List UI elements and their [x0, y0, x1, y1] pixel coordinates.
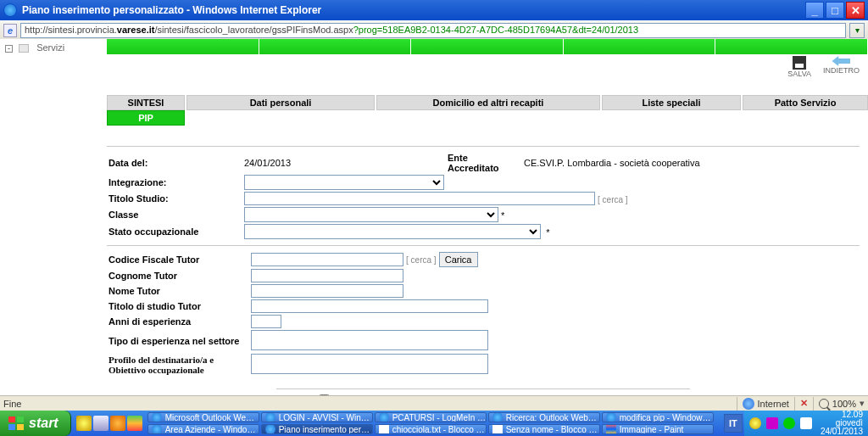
ql-firefox-icon[interactable] [110, 416, 125, 431]
green-tab[interactable] [715, 39, 868, 54]
task-button[interactable]: Area Aziende - Windo… [147, 424, 259, 434]
input-nome-tutor[interactable] [251, 284, 403, 298]
divider [276, 388, 690, 389]
pip-form: Data del: 24/01/2013 Ente Accreditato CE… [107, 141, 860, 420]
task-label: LOGIN - AVVISI - Win… [279, 413, 370, 422]
green-tab[interactable] [411, 39, 564, 54]
value-data-del: 24/01/2013 [242, 152, 446, 174]
protected-mode-icon[interactable]: ✕ [800, 398, 808, 409]
label-tipo-esp: Tipo di esperienza nel settore [107, 329, 249, 353]
save-label: SALVA [787, 70, 811, 78]
zoom-value[interactable]: 100% [832, 399, 856, 409]
ie-icon [152, 412, 162, 422]
address-bar: e http://sintesi.provincia.varese.it/sin… [0, 20, 868, 39]
back-arrow-icon [832, 56, 850, 66]
tray-icon[interactable] [800, 417, 812, 429]
sidebar-item-servizi[interactable]: - Servizi [5, 42, 102, 53]
label-cf-tutor: Codice Fiscale Tutor [107, 251, 249, 268]
status-bar: Fine Internet ✕ 100% ▾ [0, 395, 868, 411]
select-integrazione[interactable] [244, 175, 444, 190]
go-button[interactable]: ▾ [849, 23, 865, 38]
clock[interactable]: 12.09 giovedì 24/01/2013 [821, 411, 863, 436]
url-path: /sintesi/fascicolo_lavoratore/gssPIFinsM… [155, 25, 353, 35]
task-button[interactable]: Immagine - Paint [602, 424, 714, 434]
link-cerca-titolo[interactable]: [ cerca ] [598, 195, 628, 204]
label-nome-tutor: Nome Tutor [107, 283, 249, 299]
carica-button[interactable]: Carica [439, 252, 478, 267]
tab-domicilio[interactable]: Domicilio ed altri recapiti [376, 95, 600, 110]
label-classe: Classe [107, 206, 242, 223]
task-buttons: Microsoft Outlook We… LOGIN - AVVISI - W… [147, 411, 721, 436]
task-button[interactable]: Piano inserimento per… [261, 424, 373, 434]
toolbar-right: SALVA INDIETRO [787, 56, 860, 78]
internet-zone-icon [743, 398, 754, 410]
back-label: INDIETRO [823, 66, 860, 75]
value-ente: CE.SVI.P. Lombardia - società cooperativ… [522, 152, 702, 174]
input-titolo-studio-tutor[interactable] [251, 299, 488, 313]
save-button[interactable]: SALVA [787, 56, 811, 78]
tab-sintesi[interactable]: SINTESI [107, 95, 185, 110]
input-cf-tutor[interactable] [251, 253, 403, 266]
zoom-icon[interactable] [819, 399, 829, 409]
ie-icon [265, 424, 275, 434]
ie-icon [606, 412, 616, 422]
label-anni-esp: Anni di esperienza [107, 314, 249, 329]
green-tab[interactable] [259, 39, 412, 54]
close-button[interactable]: ✕ [846, 2, 865, 19]
taskbar: start Microsoft Outlook We… LOGIN - AVVI… [0, 411, 868, 436]
green-section-tabs [107, 39, 868, 54]
internet-zone-label: Internet [758, 399, 789, 409]
input-anni-esp[interactable] [251, 315, 281, 328]
maximize-button[interactable]: □ [826, 2, 844, 19]
tab-pip[interactable]: PIP [107, 110, 185, 126]
back-button[interactable]: INDIETRO [823, 56, 860, 78]
task-button[interactable]: Microsoft Outlook We… [147, 412, 259, 422]
tab-liste-speciali[interactable]: Liste speciali [602, 95, 741, 110]
tray-icon[interactable] [783, 417, 795, 429]
task-button[interactable]: chiocciola.txt - Blocco … [375, 424, 487, 434]
label-cognome-tutor: Cognome Tutor [107, 268, 249, 283]
label-titolo-studio-tutor: Titolo di studio Tutor [107, 299, 249, 314]
main-area: SALVA INDIETRO SINTESI Dati personali Do… [107, 39, 868, 395]
link-cerca-cf[interactable]: [ cerca ] [406, 255, 437, 265]
task-button[interactable]: PCATURSI - LogMeIn … [375, 412, 487, 422]
zoom-dropdown[interactable]: ▾ [860, 398, 865, 409]
tray-icon[interactable] [766, 417, 778, 429]
ql-chrome-icon[interactable] [127, 416, 142, 431]
select-classe[interactable] [244, 207, 498, 222]
language-indicator[interactable]: IT [724, 414, 743, 433]
required-mark: * [546, 227, 549, 238]
task-label: Ricerca: Outlook Web… [506, 413, 597, 422]
task-label: modifica pip - Window… [620, 413, 711, 422]
textarea-tipo-esp[interactable] [251, 330, 488, 350]
task-button[interactable]: Senza nome - Blocco … [488, 424, 600, 434]
ie-icon [152, 424, 162, 434]
task-button[interactable]: modifica pip - Window… [602, 412, 714, 422]
task-button[interactable]: Ricerca: Outlook Web… [488, 412, 600, 422]
url-field[interactable]: http://sintesi.provincia.varese.it/sinte… [20, 23, 846, 38]
green-tab[interactable] [564, 39, 716, 54]
start-button[interactable]: start [0, 411, 71, 436]
tab-dati-personali[interactable]: Dati personali [186, 95, 375, 110]
tray-icon[interactable] [749, 417, 761, 429]
divider [107, 245, 860, 246]
url-query: ?prog=518EA9B2-0134-4D27-A7DC-485D17694A… [353, 25, 638, 35]
url-host: varese.it [117, 25, 155, 35]
label-integrazione: Integrazione: [107, 174, 242, 191]
label-ente: Ente Accreditato [446, 152, 522, 174]
input-titolo-studio[interactable] [244, 192, 595, 205]
task-label: Microsoft Outlook We… [165, 413, 254, 422]
collapse-icon[interactable]: - [5, 45, 13, 53]
tab-patto-servizio[interactable]: Patto Servizio [743, 95, 868, 110]
label-data-del: Data del: [107, 152, 242, 174]
ql-show-desktop-icon[interactable] [93, 416, 108, 431]
minimize-button[interactable]: _ [805, 2, 824, 19]
textarea-profilo[interactable] [251, 354, 488, 374]
task-button[interactable]: LOGIN - AVVISI - Win… [261, 412, 373, 422]
green-tab[interactable] [107, 39, 259, 54]
input-cognome-tutor[interactable] [251, 269, 403, 282]
ql-shortcut-icon[interactable] [76, 416, 92, 431]
ie-icon [379, 412, 389, 422]
select-stato-occ[interactable] [244, 224, 541, 239]
task-label: chiocciola.txt - Blocco … [392, 425, 485, 434]
